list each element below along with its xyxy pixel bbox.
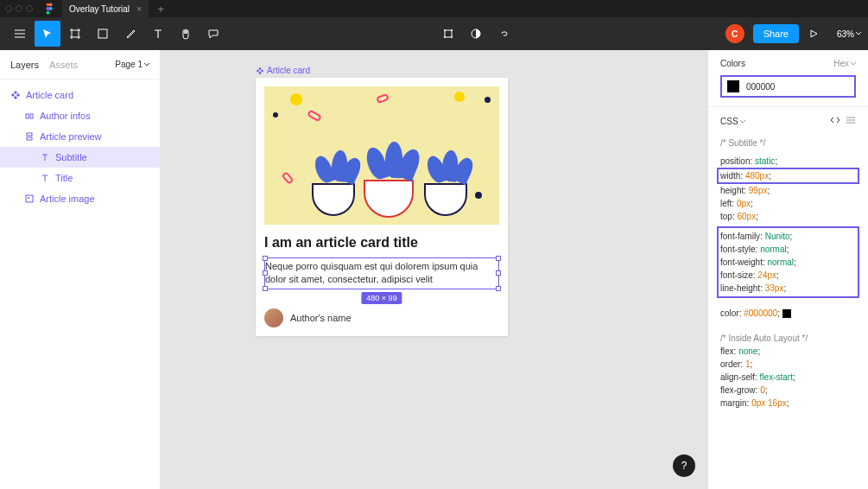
help-button[interactable]: ? [673,454,695,477]
text-icon [40,173,50,183]
zoom-level[interactable]: 63% [837,29,861,39]
svg-point-3 [49,7,53,10]
resize-handle-icon[interactable] [496,256,501,261]
layer-item-article-preview[interactable]: Article preview [0,126,160,147]
article-card-frame[interactable]: I am an article card title Neque porro q… [256,78,508,336]
user-avatar[interactable]: C [725,24,744,43]
file-tab-title: Overlay Tutorial [69,4,130,14]
svg-rect-6 [445,30,452,37]
present-icon[interactable] [801,21,827,47]
layer-label: Subtitle [55,152,87,162]
tab-assets[interactable]: Assets [49,60,78,70]
code-line: color: #000000; [720,307,856,320]
frame-label[interactable]: Article card [256,66,310,75]
code-line: flex-grow: 0; [720,384,856,397]
layer-item-article-card[interactable]: Article card [0,85,160,105]
svg-rect-16 [26,195,33,202]
code-line: order: 1; [720,358,856,371]
code-line: height: 99px; [720,184,856,197]
page-selector[interactable]: Page 1 [115,60,149,69]
code-line: top: 60px; [720,210,856,223]
hamburger-menu-icon[interactable] [7,21,33,47]
svg-point-4 [47,11,50,15]
code-comment: /* Subtitle */ [720,137,856,149]
svg-rect-14 [27,133,32,136]
move-tool-icon[interactable] [35,21,60,47]
svg-point-9 [444,36,446,38]
close-tab-icon[interactable]: × [136,3,142,14]
mask-icon[interactable] [463,21,489,47]
layer-item-article-image[interactable]: Article image [0,188,160,209]
highlight-box: width: 480px; [717,168,859,184]
svg-rect-12 [26,114,29,118]
article-title: I am an article card title [264,235,499,251]
layer-tree: Article card Author infos Article previe… [0,79,160,214]
svg-point-10 [451,36,453,38]
author-avatar [264,308,283,327]
dimension-badge: 480 × 99 [361,292,402,304]
resize-handle-icon[interactable] [263,270,268,276]
tab-layers[interactable]: Layers [10,60,39,70]
code-line: position: static; [720,155,856,168]
code-line: margin: 0px 16px; [720,397,856,410]
resize-handle-icon[interactable] [263,256,268,261]
layer-label: Article preview [40,131,102,142]
colors-section-label: Colors [720,59,745,68]
shape-tool-icon[interactable] [90,21,116,47]
svg-rect-13 [30,114,33,118]
canvas[interactable]: Article card [161,50,707,489]
svg-rect-5 [98,29,107,38]
frame-tool-icon[interactable] [62,21,88,47]
hand-tool-icon[interactable] [173,21,199,47]
avatar-letter: C [732,29,738,39]
image-icon [24,194,35,204]
traffic-lights[interactable] [5,5,33,12]
share-button[interactable]: Share [753,24,799,43]
frame-icon [24,111,35,121]
highlight-box: font-family: Nunito; font-style: normal;… [717,226,859,298]
svg-point-17 [28,197,29,199]
new-tab-button[interactable]: + [157,3,164,16]
code-line: left: 0px; [720,197,856,210]
frame-vert-icon [24,131,35,142]
text-tool-icon[interactable] [145,21,171,47]
resize-handle-icon[interactable] [496,270,501,276]
layer-item-subtitle[interactable]: Subtitle [0,147,160,168]
author-infos: Author's name [264,308,499,327]
inspect-panel: Colors Hex 000000 CSS /* Subtitle */ pos… [707,50,868,489]
code-line: align-self: flex-start; [720,371,856,384]
inline-swatch [782,309,791,318]
svg-point-8 [451,29,453,31]
layer-label: Article image [40,194,95,204]
code-view-icon[interactable] [830,116,840,126]
resize-handle-icon[interactable] [496,286,501,291]
author-name: Author's name [290,313,352,323]
css-code-pane[interactable]: /* Subtitle */ position: static; width: … [708,126,868,420]
list-view-icon[interactable] [846,116,856,126]
layer-label: Title [55,173,73,183]
subtitle-selection[interactable]: Neque porro quisquam est qui dolorem ips… [264,257,499,289]
link-icon[interactable] [491,21,516,47]
constraints-icon[interactable] [435,21,461,47]
window-tabbar: Overlay Tutorial × + [0,0,868,17]
layer-item-title[interactable]: Title [0,168,160,188]
layer-label: Author infos [40,111,91,121]
color-swatch [727,80,739,92]
figma-logo-icon[interactable] [41,1,57,16]
svg-point-7 [444,29,446,31]
text-icon [40,152,50,162]
resize-handle-icon[interactable] [263,286,268,291]
layer-item-author-infos[interactable]: Author infos [0,105,160,126]
color-hex-value: 000000 [746,82,775,92]
comment-tool-icon[interactable] [200,21,226,47]
color-format-selector[interactable]: Hex [833,59,856,68]
color-row[interactable]: 000000 [720,75,856,98]
file-tab[interactable]: Overlay Tutorial × [62,0,149,17]
article-image [264,86,499,225]
pen-tool-icon[interactable] [117,21,143,47]
code-comment: /* Inside Auto Layout */ [720,332,856,345]
main-toolbar: C Share 63% [0,17,868,50]
article-subtitle: Neque porro quisquam est qui dolorem ips… [265,258,498,289]
layer-label: Article card [26,90,73,100]
css-section-label[interactable]: CSS [720,117,745,126]
